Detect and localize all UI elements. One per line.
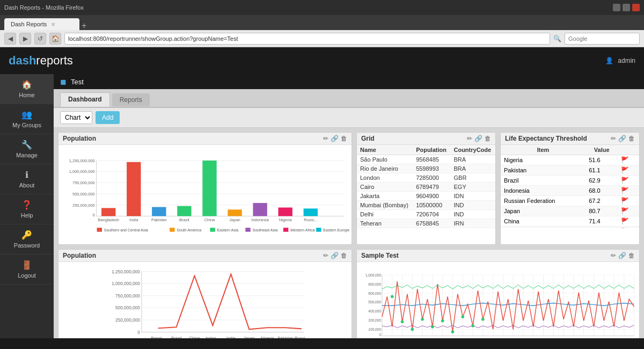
forward-button[interactable]: ▶ [19, 33, 31, 45]
svg-text:China: China [189, 336, 200, 338]
life-expectancy-header: Life Expectancy Threshold ✏ 🔗 🗑 [501, 133, 639, 145]
life-edit-icon[interactable]: ✏ [611, 135, 616, 142]
sidebar-item-help[interactable]: ❓ Help [0, 194, 54, 224]
cell-country: Bangladesh [501, 227, 586, 229]
population-bar-panel: Population ✏ 🔗 🗑 1,250,000,000 1,000,000… [58, 132, 352, 245]
url-bar[interactable] [64, 33, 550, 45]
svg-rect-35 [210, 228, 215, 232]
cell-code: BRA [450, 155, 495, 164]
svg-rect-39 [283, 228, 288, 232]
cell-population: 5598993 [413, 164, 450, 173]
svg-point-111 [411, 328, 414, 331]
table-row: Mumbai (Bombay)10500000IND [357, 201, 495, 210]
population-line-body: 1,250,000,000 1,000,000,000 750,000,000 … [58, 262, 352, 338]
population-line-panel: Population ✏ 🔗 🗑 1,250,000,000 1,000,000… [58, 249, 352, 338]
svg-text:Russi...: Russi... [295, 336, 309, 338]
sidebar-item-about[interactable]: ℹ About [0, 164, 54, 194]
refresh-button[interactable]: ↺ [34, 33, 46, 45]
sidebar-item-mygroups[interactable]: 👥 My Groups [0, 104, 54, 134]
cell-flag: 🚩 [618, 227, 639, 229]
cell-population: 10500000 [413, 201, 450, 210]
dashboard-grid: Population ✏ 🔗 🗑 1,250,000,000 1,000,000… [54, 128, 644, 338]
line-link-icon[interactable]: 🔗 [331, 252, 339, 259]
grid-body: Name Population CountryCode São Paulo956… [357, 145, 495, 244]
new-tab-button[interactable]: + [82, 21, 86, 30]
link-icon[interactable]: 🔗 [331, 135, 339, 142]
svg-text:0: 0 [93, 213, 95, 217]
cell-population: 9568485 [413, 155, 450, 164]
delete-icon[interactable]: 🗑 [341, 135, 347, 142]
cell-code: GBR [450, 173, 495, 183]
cell-name: Tokyo [357, 228, 413, 229]
grid-delete-icon[interactable]: 🗑 [485, 135, 491, 142]
grid-edit-icon[interactable]: ✏ [467, 135, 472, 142]
life-table: Item Value Nigeria51.6🚩Pakistan61.1🚩Braz… [501, 145, 639, 228]
life-expectancy-body: Item Value Nigeria51.6🚩Pakistan61.1🚩Braz… [501, 145, 639, 244]
page-title: Test [71, 78, 84, 86]
svg-point-113 [431, 325, 434, 329]
svg-rect-29 [304, 208, 318, 216]
line-edit-icon[interactable]: ✏ [323, 252, 328, 259]
home-button[interactable]: 🏠 [49, 33, 61, 45]
svg-point-118 [481, 318, 485, 321]
population-line-title: Population [63, 252, 96, 259]
sample-delete-icon[interactable]: 🗑 [628, 252, 635, 259]
browser-tabs: Dash Reports ✕ + [0, 15, 644, 30]
search-input[interactable] [565, 33, 640, 45]
cell-flag: 🚩 [618, 196, 639, 206]
svg-point-112 [421, 318, 424, 321]
grid-scroll[interactable]: Name Population CountryCode São Paulo956… [357, 145, 495, 228]
maximize-button[interactable] [623, 4, 630, 11]
edit-icon[interactable]: ✏ [323, 135, 328, 142]
close-button[interactable] [632, 4, 640, 11]
cell-flag: 🚩 [618, 155, 639, 165]
back-button[interactable]: ◀ [4, 33, 16, 45]
life-scroll[interactable]: Item Value Nigeria51.6🚩Pakistan61.1🚩Braz… [501, 145, 639, 228]
grid-panel-header: Grid ✏ 🔗 🗑 [357, 133, 495, 145]
minimize-button[interactable] [613, 4, 620, 11]
svg-text:Indonesia: Indonesia [251, 217, 269, 222]
sidebar-item-home[interactable]: 🏠 Home [0, 74, 54, 104]
tab-reports[interactable]: Reports [112, 93, 150, 106]
svg-point-109 [391, 295, 394, 299]
cell-code: EGY [450, 183, 495, 192]
svg-rect-31 [97, 228, 102, 232]
col-name: Name [357, 145, 413, 155]
table-row: Rio de Janeiro5598993BRA [357, 164, 495, 173]
tab-dashboard[interactable]: Dashboard [60, 92, 110, 107]
chart-type-select[interactable]: Chart Bar Line Pie [60, 111, 92, 124]
tab-close-icon[interactable]: ✕ [51, 21, 55, 27]
grid-panel: Grid ✏ 🔗 🗑 Name [356, 132, 496, 245]
browser-chrome: Dash Reports - Mozilla Firefox Dash Repo… [0, 0, 644, 47]
sidebar-item-password[interactable]: 🔑 Password [0, 224, 54, 255]
cell-population: 6758845 [413, 219, 450, 228]
table-row: Russian Federation67.2🚩 [501, 196, 639, 206]
cell-population: 7980230 [413, 228, 450, 229]
cell-code: JPN [450, 228, 495, 229]
add-button[interactable]: Add [96, 111, 120, 124]
sample-link-icon[interactable]: 🔗 [618, 252, 626, 259]
cell-country: Nigeria [501, 155, 586, 165]
life-link-icon[interactable]: 🔗 [618, 135, 626, 142]
sidebar-about-label: About [19, 182, 35, 188]
life-delete-icon[interactable]: 🗑 [628, 135, 635, 142]
sidebar-home-label: Home [19, 92, 34, 98]
line-delete-icon[interactable]: 🗑 [341, 252, 347, 259]
header-right: 👤 admin [605, 57, 635, 64]
sample-edit-icon[interactable]: ✏ [611, 252, 616, 259]
svg-text:China: China [204, 217, 215, 222]
cell-flag: 🚩 [618, 206, 639, 216]
sidebar-item-logout[interactable]: 🚪 Logout [0, 255, 54, 285]
svg-text:Brazil: Brazil [171, 336, 182, 338]
life-expectancy-title: Life Expectancy Threshold [505, 135, 587, 142]
browser-tab[interactable]: Dash Reports ✕ [4, 18, 79, 30]
cell-code: IND [450, 201, 495, 210]
sidebar-item-manage[interactable]: 🔧 Manage [0, 134, 54, 164]
sample-test-panel: Sample Test ✏ 🔗 🗑 1,000,000 800,000 60 [356, 249, 640, 338]
svg-text:Japan: Japan [244, 336, 255, 338]
grid-link-icon[interactable]: 🔗 [474, 135, 482, 142]
svg-point-110 [401, 320, 404, 323]
col-population: Population [413, 145, 450, 155]
table-row: Pakistan61.1🚩 [501, 165, 639, 176]
table-row: Japan80.7🚩 [501, 206, 639, 216]
